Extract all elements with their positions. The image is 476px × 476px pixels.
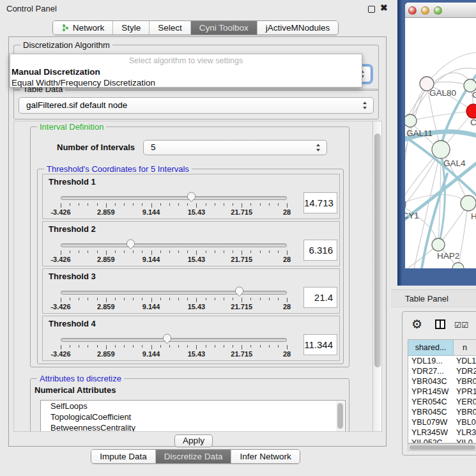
cyni-bottom-tabbar: Impute DataDiscretize DataInfer Network [0, 449, 391, 464]
tab-infer-network[interactable]: Infer Network [231, 450, 299, 463]
table-row[interactable]: YDR27...YDR2 [408, 366, 476, 376]
threshold-slider-track[interactable] [61, 338, 287, 342]
columns-icon[interactable] [435, 319, 445, 331]
table-row[interactable]: YBL079WYBL0 [408, 417, 476, 427]
gear-icon[interactable]: ⚙ [411, 317, 422, 332]
dropdown-option-2[interactable]: Equal Width/Frequency Discretization [12, 78, 155, 88]
column-header-shared-name[interactable]: shared... [408, 340, 454, 356]
network-icon [61, 24, 70, 32]
network-canvas[interactable]: GAL80GCGAL11GAL4GCY1HHAP2 [405, 18, 476, 268]
table-row[interactable]: YBR043CYBR0 [408, 376, 476, 387]
network-node-label: GAL80 [429, 88, 456, 98]
threshold-slider-handle[interactable] [126, 238, 135, 250]
close-traffic-light[interactable] [408, 6, 417, 15]
network-node-label: G [472, 90, 476, 100]
network-edge[interactable] [410, 111, 473, 121]
network-node-label: GCY1 [405, 211, 419, 220]
interval-definition-title: Interval Definition [37, 122, 106, 132]
table-row[interactable]: YPR145WYPR1 [408, 387, 476, 397]
slider-tick-labels: -3.4262.8599.14415.4321.71528 [61, 303, 287, 311]
tab-select[interactable]: Select [149, 21, 190, 35]
network-node-label: GAL4 [443, 158, 466, 168]
zoom-traffic-light[interactable] [434, 6, 442, 15]
threshold-slider-handle[interactable] [234, 286, 244, 297]
attribute-list-item[interactable]: SelfLoops [41, 401, 345, 411]
close-icon[interactable]: ✖ [380, 3, 388, 13]
table-row[interactable]: YDL19...YDL1 [408, 356, 476, 366]
tab-label: Select [158, 21, 182, 35]
table-data-combobox[interactable]: galFiltered.sif default node [19, 97, 374, 114]
threshold-value-field[interactable]: 6.316 [303, 240, 337, 261]
apply-button[interactable]: Apply [174, 434, 213, 447]
threshold-label: Threshold 2 [49, 224, 96, 234]
tab-label: Infer Network [240, 450, 291, 463]
checkbox-filter-icons[interactable]: ☑☑ [454, 320, 468, 330]
threshold-slider-track[interactable] [61, 243, 287, 247]
number-of-intervals-label: Number of Intervals [57, 142, 135, 152]
table-panel-title: Table Panel [391, 289, 476, 307]
network-window-titlebar[interactable] [405, 3, 476, 18]
settings-scrollpane: Interval Definition Number of Intervals … [13, 121, 382, 432]
attribute-list-item[interactable]: TopologicalCoefficient [41, 411, 345, 422]
float-window-icon[interactable] [368, 6, 375, 13]
attributes-group: Attributes to discretize Numerical Attri… [30, 378, 349, 432]
network-node-GAL4[interactable] [432, 141, 450, 158]
algorithm-dropdown-popup: Select algorithm to view settings Manual… [10, 54, 362, 88]
thresholds-group: Threshold's Coordinates for 5 Intervals … [37, 169, 344, 364]
table-row[interactable]: YLR345WYLR3 [408, 427, 476, 438]
network-node-C[interactable] [466, 104, 476, 118]
tab-label: Style [121, 21, 141, 35]
slider-ticks [61, 250, 287, 255]
tab-jactivemnodules[interactable]: jActiveMNodules [257, 21, 339, 35]
table-row[interactable]: YBR045CYBR0 [408, 407, 476, 417]
minimize-traffic-light[interactable] [421, 6, 429, 15]
tab-discretize-data[interactable]: Discretize Data [155, 450, 231, 463]
threshold-slider-handle[interactable] [187, 191, 196, 203]
network-node-GAL11[interactable] [405, 114, 417, 127]
slider-ticks [61, 298, 287, 302]
dropdown-placeholder: Select algorithm to view settings [10, 56, 362, 65]
slider-ticks [61, 345, 287, 349]
table-row[interactable]: YIL052CYIL0 [408, 438, 476, 443]
table-row[interactable]: YER054CYER0 [408, 397, 476, 407]
tab-cyni-toolbox[interactable]: Cyni Toolbox [190, 21, 257, 35]
list-scrollbar[interactable] [336, 401, 344, 432]
network-view-frame[interactable]: GAL80GCGAL11GAL4GCY1HHAP2 [397, 0, 476, 286]
control-panel-tabbar: NetworkStyleSelectCyni ToolboxjActiveMNo… [0, 20, 391, 35]
threshold-value-field[interactable]: 21.4 [303, 287, 337, 308]
settings-scrollbar[interactable] [372, 121, 381, 431]
network-node-label: C [470, 118, 476, 127]
dropdown-option-1[interactable]: Manual Discretization [12, 67, 100, 77]
network-node-HAP2[interactable] [432, 238, 445, 251]
tab-style[interactable]: Style [112, 21, 149, 35]
table-horizontal-scrollbar[interactable] [408, 443, 476, 451]
threshold-value-field[interactable]: 14.713 [303, 192, 337, 213]
numerical-attributes-label: Numerical Attributes [35, 385, 116, 395]
tab-impute-data[interactable]: Impute Data [91, 450, 155, 463]
table-data-selected: galFiltered.sif default node [26, 100, 127, 110]
threshold-slider-track[interactable] [61, 196, 287, 200]
network-edge[interactable] [458, 203, 468, 268]
threshold-slider-track[interactable] [61, 291, 287, 295]
control-panel-title: Control Panel [6, 4, 57, 13]
network-node-GCY1[interactable] [405, 197, 406, 211]
threshold-panel: Threshold 4 -3.4262.8599.14415.4321.7152… [42, 316, 340, 361]
thresholds-group-title: Threshold's Coordinates for 5 Intervals [44, 164, 192, 174]
node-attribute-table: shared... n YDL19...YDL1YDR27...YDR2YBR0… [408, 339, 476, 443]
cyni-toolbox-panel: Discretization Algorithm Select algorith… [8, 36, 387, 447]
threshold-value-field[interactable]: 11.344 [303, 334, 337, 355]
threshold-slider-handle[interactable] [162, 333, 172, 344]
network-node-label: H [471, 211, 476, 221]
slider-tick-labels: -3.4262.8599.14415.4321.71528 [61, 350, 287, 358]
tab-network[interactable]: Network [53, 21, 113, 35]
number-of-intervals-combobox[interactable]: 5 [143, 140, 327, 155]
attribute-list-item[interactable]: BetweennessCentrality [41, 422, 345, 432]
column-header-name[interactable]: n [454, 340, 476, 356]
threshold-label: Threshold 4 [49, 319, 96, 328]
network-node-label: GAL11 [406, 128, 433, 138]
slider-ticks [61, 203, 287, 208]
slider-tick-labels: -3.4262.8599.14415.4321.71528 [61, 208, 287, 216]
network-node-H[interactable] [461, 196, 476, 211]
combobox-stepper-icon [363, 102, 367, 109]
numerical-attributes-list[interactable]: SelfLoopsTopologicalCoefficientBetweenne… [40, 400, 346, 432]
